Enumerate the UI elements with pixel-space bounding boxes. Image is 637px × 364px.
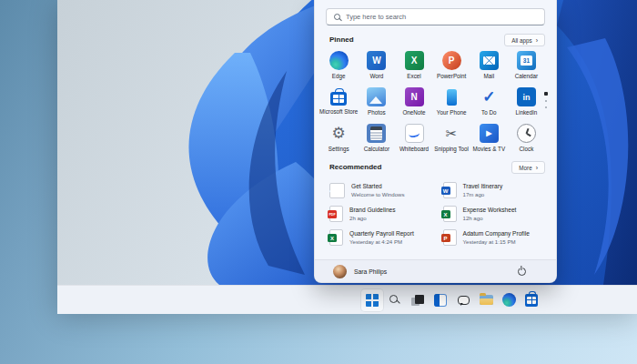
pinned-app-tile[interactable]: Movies & TV <box>470 122 508 158</box>
pinned-app-label: LinkedIn <box>516 109 538 116</box>
pinned-app-label: OneNote <box>402 109 425 116</box>
worddoc-icon <box>443 182 457 198</box>
taskbar-button[interactable] <box>521 289 542 311</box>
start-search-box[interactable] <box>326 8 545 25</box>
pinned-app-label: PowerPoint <box>437 73 466 79</box>
more-button[interactable]: More › <box>511 161 545 174</box>
snipping-icon <box>442 124 461 143</box>
recommended-item-subtitle: Yesterday at 4:24 PM <box>349 238 414 245</box>
user-avatar[interactable] <box>333 265 347 278</box>
pinned-app-tile[interactable]: PowerPoint <box>433 49 470 86</box>
pdf-icon <box>329 206 343 222</box>
pinned-app-label: Snipping Tool <box>434 146 469 152</box>
pinned-page-indicator[interactable] <box>544 92 548 108</box>
pinned-app-tile[interactable]: Calculator <box>358 122 395 158</box>
pinned-app-tile[interactable]: To Do <box>470 86 508 122</box>
taskbar-icons <box>361 286 542 314</box>
pinned-app-label: Excel <box>407 73 420 79</box>
pinned-app-label: Settings <box>329 146 349 152</box>
pinned-app-label: Microsoft Store <box>319 108 358 115</box>
chat-icon <box>458 296 470 305</box>
pinned-app-tile[interactable]: Mail <box>470 49 508 86</box>
pinned-app-label: Calculator <box>364 146 389 152</box>
pinned-app-tile[interactable]: Calendar <box>508 49 545 86</box>
powerpoint-icon <box>442 51 461 70</box>
taskbar-button[interactable] <box>498 289 520 311</box>
pinned-app-label: Mail <box>484 73 495 79</box>
recommended-item[interactable]: Quarterly Payroll Report Yesterday at 4:… <box>324 226 436 249</box>
power-button[interactable] <box>514 264 529 278</box>
pinned-app-tile[interactable]: Settings <box>319 122 358 158</box>
pinned-app-label: Movies & TV <box>473 146 506 152</box>
start-icon <box>366 294 379 307</box>
pinned-app-label: Photos <box>368 109 386 116</box>
pinned-app-label: Whiteboard <box>399 146 429 152</box>
recommended-item-subtitle: 12h ago <box>463 215 517 221</box>
taskview-icon <box>411 294 424 307</box>
whiteboard-icon <box>405 124 424 143</box>
pinned-app-tile[interactable]: OneNote <box>395 86 432 122</box>
pinned-app-tile[interactable]: Photos <box>358 86 395 122</box>
pinned-app-tile[interactable]: Clock <box>508 122 545 158</box>
pinned-app-tile[interactable]: Whiteboard <box>395 122 432 158</box>
pinned-app-tile[interactable]: Word <box>358 49 395 86</box>
pinned-app-tile[interactable]: Your Phone <box>433 86 470 122</box>
more-label: More <box>519 165 531 171</box>
recommended-item[interactable]: Get Started Welcome to Windows <box>324 178 436 202</box>
recommended-item[interactable]: Brand Guidelines 2h ago <box>324 202 436 226</box>
calculator-icon <box>367 124 386 143</box>
recommended-item-title: Brand Guidelines <box>349 207 396 213</box>
explorer-icon <box>480 295 493 305</box>
pinned-app-tile[interactable]: Snipping Tool <box>433 122 470 158</box>
all-apps-button[interactable]: All apps › <box>504 34 545 46</box>
desktop-screen: Pinned All apps › Edge Word Excel <box>57 0 637 314</box>
taskbar-button[interactable] <box>361 289 383 311</box>
chevron-right-icon: › <box>536 165 538 171</box>
search-icon <box>334 14 340 20</box>
exceldoc-icon <box>443 206 457 222</box>
calendar-icon <box>517 51 536 70</box>
recommended-item-subtitle: 17m ago <box>463 191 503 197</box>
recommended-item-subtitle: 2h ago <box>349 215 396 221</box>
taskbar-button[interactable] <box>452 289 474 311</box>
recommended-item-subtitle: Welcome to Windows <box>351 191 404 197</box>
all-apps-label: All apps <box>511 37 531 44</box>
edge-icon <box>329 51 349 70</box>
linkedin-icon <box>517 87 536 106</box>
pinned-header: Pinned <box>329 35 354 44</box>
movies-icon <box>480 124 499 143</box>
recommended-item-title: Expense Worksheet <box>463 207 517 213</box>
recommended-item-title: Quarterly Payroll Report <box>349 230 414 237</box>
excel-icon <box>405 51 424 70</box>
taskbar-button[interactable] <box>475 289 497 311</box>
recommended-item-title: Get Started <box>351 183 404 189</box>
recommended-item-title: Travel Itinerary <box>463 183 503 189</box>
todo-icon <box>480 87 499 106</box>
recommended-item[interactable]: Travel Itinerary 17m ago <box>438 178 550 202</box>
edge-icon <box>502 293 516 307</box>
recommended-item[interactable]: Expense Worksheet 12h ago <box>438 202 550 226</box>
pinned-app-tile[interactable]: Microsoft Store <box>319 86 358 122</box>
pinned-app-tile[interactable]: Edge <box>319 49 358 86</box>
taskbar-button[interactable] <box>430 289 451 311</box>
taskbar <box>57 285 637 314</box>
getstarted-icon <box>329 183 345 198</box>
exceldoc-icon <box>329 229 343 246</box>
store-icon <box>330 92 347 106</box>
pinned-app-tile[interactable]: LinkedIn <box>508 86 545 122</box>
mail-icon <box>480 51 499 70</box>
taskbar-button[interactable] <box>384 289 406 311</box>
search-input[interactable] <box>346 13 537 21</box>
taskbar-button[interactable] <box>407 289 429 311</box>
onenote-icon <box>405 87 424 106</box>
power-icon <box>518 268 526 276</box>
pinned-app-tile[interactable]: Excel <box>395 49 432 86</box>
pptdoc-icon <box>443 229 457 246</box>
pinned-app-label: Your Phone <box>437 109 467 116</box>
user-name[interactable]: Sara Philips <box>354 268 387 275</box>
pinned-app-label: Edge <box>332 73 346 79</box>
recommended-item[interactable]: Adatum Company Profile Yesterday at 1:15… <box>438 226 550 249</box>
widgets-icon <box>434 294 447 307</box>
pinned-apps-grid: Edge Word Excel PowerPoint <box>319 49 545 158</box>
search-icon <box>389 295 398 303</box>
